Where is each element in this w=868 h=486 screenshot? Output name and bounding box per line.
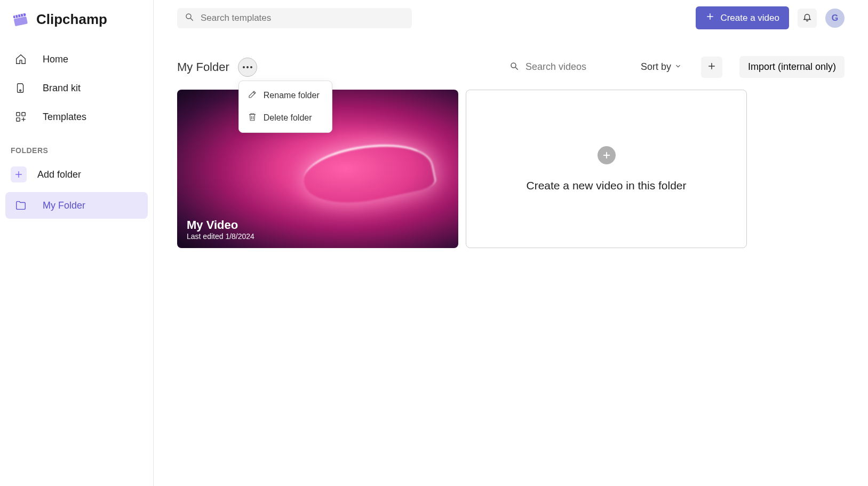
- folder-more-button[interactable]: Rename folder Delete folder: [238, 58, 257, 77]
- folder-title: My Folder: [177, 60, 229, 74]
- video-subtitle: Last edited 1/8/2024: [187, 232, 254, 241]
- chevron-down-icon: [674, 61, 682, 73]
- sidebar: Clipchamp Home Brand kit Templates FOLDE…: [0, 0, 154, 486]
- folder-actions-dropdown: Rename folder Delete folder: [238, 81, 332, 133]
- bell-icon: [802, 12, 812, 24]
- pencil-icon: [248, 90, 257, 101]
- clipchamp-logo-icon: [11, 10, 30, 29]
- user-avatar[interactable]: G: [825, 9, 845, 28]
- video-card-info: My Video Last edited 1/8/2024: [187, 218, 254, 241]
- avatar-initial: G: [832, 13, 838, 23]
- add-folder-button[interactable]: Add folder: [5, 160, 148, 189]
- menu-item-label: Delete folder: [264, 113, 312, 123]
- rename-folder-menu-item[interactable]: Rename folder: [239, 84, 332, 107]
- nav-label: Brand kit: [43, 83, 81, 94]
- sort-by-dropdown[interactable]: Sort by: [641, 61, 682, 73]
- delete-folder-menu-item[interactable]: Delete folder: [239, 107, 332, 129]
- search-templates-field[interactable]: [201, 13, 404, 23]
- plus-icon: [11, 166, 27, 182]
- home-icon: [15, 53, 27, 65]
- add-folder-label: Add folder: [37, 169, 81, 180]
- svg-point-15: [511, 63, 516, 68]
- templates-icon: [15, 111, 27, 123]
- create-new-video-label: Create a new video in this folder: [527, 179, 687, 192]
- svg-rect-7: [17, 113, 20, 116]
- sidebar-item-templates[interactable]: Templates: [5, 102, 148, 131]
- folders-section-label: FOLDERS: [5, 131, 148, 160]
- svg-point-10: [186, 14, 191, 19]
- more-icon: [243, 66, 252, 68]
- notifications-button[interactable]: [798, 9, 817, 28]
- nav-label: Home: [43, 54, 68, 65]
- plus-icon: [707, 61, 716, 73]
- svg-line-11: [190, 18, 193, 21]
- svg-point-6: [20, 90, 21, 91]
- brand-kit-icon: [15, 82, 27, 94]
- search-videos-field[interactable]: [525, 61, 622, 73]
- search-icon: [509, 61, 519, 73]
- create-video-button[interactable]: Create a video: [696, 6, 789, 29]
- import-button[interactable]: Import (internal only): [739, 56, 845, 78]
- folder-header: My Folder Rename folder Delete fold: [154, 36, 868, 90]
- brand-name: Clipchamp: [36, 11, 107, 28]
- menu-item-label: Rename folder: [264, 91, 320, 100]
- search-templates-input[interactable]: [177, 8, 412, 28]
- folder-label: My Folder: [43, 200, 85, 211]
- sidebar-item-brand-kit[interactable]: Brand kit: [5, 74, 148, 102]
- svg-line-12: [253, 92, 254, 93]
- nav-label: Templates: [43, 111, 86, 123]
- search-videos-input[interactable]: [509, 61, 622, 73]
- plus-circle-icon: [598, 146, 616, 164]
- svg-rect-8: [22, 113, 25, 116]
- search-icon: [185, 12, 194, 24]
- main-content: Create a video G My Folder: [154, 0, 868, 486]
- brand-logo[interactable]: Clipchamp: [5, 10, 148, 45]
- svg-line-16: [515, 67, 518, 70]
- sidebar-item-home[interactable]: Home: [5, 45, 148, 74]
- topbar: Create a video G: [154, 0, 868, 36]
- add-button[interactable]: [701, 57, 722, 78]
- plus-icon: [705, 12, 715, 24]
- sort-by-label: Sort by: [641, 61, 671, 73]
- create-video-label: Create a video: [720, 13, 779, 23]
- video-title: My Video: [187, 218, 254, 232]
- sidebar-folder-my-folder[interactable]: My Folder: [5, 192, 148, 219]
- create-new-video-card[interactable]: Create a new video in this folder: [466, 90, 747, 248]
- trash-icon: [248, 112, 257, 124]
- folder-icon: [15, 200, 27, 211]
- svg-rect-9: [17, 118, 20, 121]
